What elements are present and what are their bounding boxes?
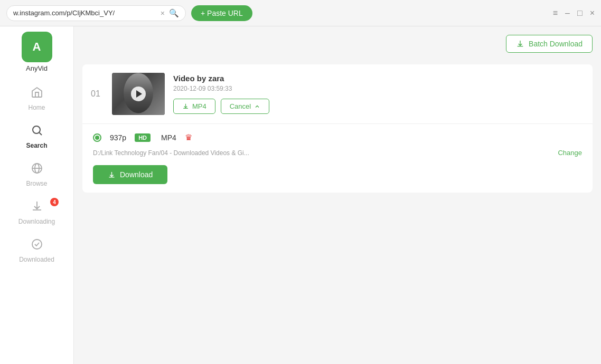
sidebar-item-home[interactable]: Home [0,81,73,117]
quality-radio[interactable] [93,133,101,142]
video-card-header: 01 Video by zara 2020-12-09 03:59:33 [82,64,593,124]
crown-icon: ♛ [185,132,192,142]
downloading-badge: 4 [50,198,59,206]
video-info: Video by zara 2020-12-09 03:59:33 MP4 Ca… [173,74,584,114]
play-button[interactable] [131,87,146,101]
change-path-link[interactable]: Change [558,149,582,157]
cancel-button[interactable]: Cancel [221,99,269,114]
search-nav-icon [31,124,43,140]
window-controls: ≡ – □ × [553,8,595,18]
sidebar-item-downloading-label: Downloading [18,218,55,225]
batch-download-button[interactable]: Batch Download [506,35,593,53]
search-icon: 🔍 [169,8,179,18]
video-number: 01 [91,89,104,99]
download-options: 937p HD MP4 ♛ D:/Link Technology Fan/04 … [82,124,593,193]
sidebar-item-browse[interactable]: Browse [0,157,73,193]
browse-icon [31,162,43,178]
maximize-button[interactable]: □ [577,8,583,18]
download-path: D:/Link Technology Fan/04 - Downloaded V… [93,149,551,157]
video-actions: MP4 Cancel [173,99,584,114]
minimize-button[interactable]: – [565,8,570,18]
close-button[interactable]: × [590,8,595,18]
download-label: Download [120,170,153,179]
main-layout: A AnyVid Home [0,26,601,364]
download-button[interactable]: Download [93,165,167,184]
hd-badge: HD [135,133,151,142]
sidebar-item-downloaded[interactable]: Downloaded [0,233,73,269]
url-text: w.instagram.com/p/CIjKMbci_VY/ [13,9,156,17]
sidebar-item-downloaded-label: Downloaded [19,256,54,263]
app-logo-letter: A [33,40,41,54]
mp4-label: MP4 [192,102,206,110]
svg-point-5 [32,240,42,249]
video-title: Video by zara [173,74,584,83]
sidebar-item-search[interactable]: Search [0,119,73,155]
url-clear-button[interactable]: × [161,9,165,17]
sidebar: A AnyVid Home [0,26,74,364]
url-bar: w.instagram.com/p/CIjKMbci_VY/ × 🔍 [6,5,186,21]
path-row: D:/Link Technology Fan/04 - Downloaded V… [93,149,582,157]
quality-row: 937p HD MP4 ♛ [93,132,582,142]
app-logo: A [22,32,52,62]
video-date: 2020-12-09 03:59:33 [173,85,584,92]
sidebar-item-home-label: Home [28,104,45,111]
sidebar-item-downloading[interactable]: 4 Downloading [0,195,73,231]
quality-text: 937p [110,133,126,142]
sidebar-item-browse-label: Browse [26,180,47,187]
title-bar: w.instagram.com/p/CIjKMbci_VY/ × 🔍 + Pas… [0,0,601,26]
play-triangle-icon [136,90,142,98]
sidebar-nav: Home Search [0,81,73,269]
svg-line-1 [39,133,42,136]
video-thumbnail[interactable] [112,73,165,115]
downloading-icon [31,200,43,216]
menu-button[interactable]: ≡ [553,8,558,18]
cancel-label: Cancel [230,102,251,110]
mp4-button[interactable]: MP4 [173,99,215,114]
home-icon [31,86,43,102]
format-text: MP4 [161,133,176,142]
paste-url-button[interactable]: + Paste URL [191,5,252,21]
app-name: AnyVid [26,64,48,72]
sidebar-item-search-label: Search [26,142,47,149]
content-area: Batch Download 01 Video by zara 2020-12-… [74,26,601,364]
svg-point-0 [33,126,40,133]
radio-dot-inner [95,136,99,140]
batch-download-label: Batch Download [529,40,583,48]
downloaded-icon [31,238,43,254]
video-card: 01 Video by zara 2020-12-09 03:59:33 [82,64,593,193]
